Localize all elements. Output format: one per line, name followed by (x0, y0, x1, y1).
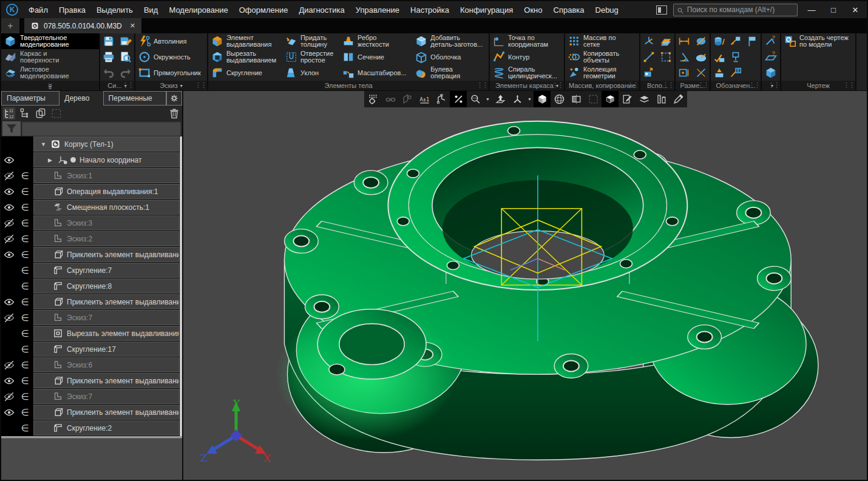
tree-expander-icon[interactable]: ▼ (41, 141, 47, 147)
group-handle-icon[interactable]: ⋮⋮ (122, 81, 133, 89)
panel-tab-переменные[interactable]: Переменные (103, 91, 166, 106)
tree-row[interactable]: ∈Эскиз:7 (1, 310, 182, 325)
tree-expander-icon[interactable]: ▶ (48, 157, 54, 163)
thicken-button[interactable]: Придать толщину (282, 33, 339, 49)
select-region-button[interactable] (585, 91, 602, 107)
dimension-angle-button[interactable] (676, 49, 693, 65)
sketch-placement-button[interactable] (399, 91, 416, 107)
preview-button[interactable] (117, 49, 134, 65)
panel-tab-параметры[interactable]: Параметры (1, 91, 59, 106)
construction-segment-button[interactable] (640, 49, 657, 65)
panel-settings-button[interactable] (166, 91, 182, 106)
placement-button[interactable] (382, 91, 399, 107)
window-layout-icon[interactable] (656, 5, 667, 15)
construction-plane-button[interactable] (657, 33, 674, 49)
dimension-diameter-button[interactable] (693, 33, 710, 49)
roughness-button[interactable] (711, 33, 727, 49)
visibility-on-icon[interactable] (4, 407, 15, 418)
visibility-on-icon[interactable] (4, 249, 15, 260)
redo-button[interactable] (117, 65, 134, 81)
print-button[interactable] (100, 49, 117, 65)
control-points-button[interactable] (657, 49, 674, 65)
spiral-cylindrical-button[interactable]: Спираль цилиндрическ... (490, 65, 564, 81)
fillet-button[interactable]: Скругление (208, 65, 282, 81)
menu-item[interactable]: Правка (53, 1, 91, 18)
section-button[interactable]: Сечение (339, 49, 412, 65)
dimension-values-button[interactable]: A±1 (416, 91, 433, 107)
tree-row[interactable]: ∈Эскиз:3 (1, 215, 182, 230)
shell-button[interactable]: Оболочка (412, 49, 489, 65)
dimension-radius-button[interactable] (693, 49, 710, 65)
tree-row[interactable]: ∈Эскиз:6 (1, 357, 182, 372)
sketch-contour-button[interactable] (433, 91, 450, 107)
visibility-off-icon[interactable] (4, 360, 15, 371)
tree-row[interactable]: ▼Корпус (Тел-1) (1, 136, 182, 152)
menu-item[interactable]: Конфигурация (455, 1, 518, 18)
tree-row[interactable]: ∈Приклеить элемент выдавливания (1, 405, 182, 420)
visibility-on-icon[interactable] (4, 186, 15, 197)
menu-item[interactable]: Окно (518, 1, 548, 18)
group-handle-icon[interactable]: ⋮⋮ (476, 81, 487, 89)
contour-button[interactable]: Контур (490, 49, 564, 65)
zoom-button[interactable] (467, 91, 484, 107)
dimension-chamfer-button[interactable] (693, 65, 710, 81)
leader-e-button[interactable] (727, 65, 744, 81)
command-search-input[interactable] (687, 5, 794, 14)
save-button[interactable] (100, 33, 117, 49)
menu-item[interactable]: Диагностика (293, 1, 350, 18)
local-cs-button[interactable] (640, 65, 657, 81)
tree-row[interactable]: ∈Скругление:7 (1, 263, 182, 278)
dimension-box-button[interactable] (676, 65, 693, 81)
rectangle-button[interactable]: Прямоугольник (135, 65, 207, 81)
trash-button[interactable] (168, 107, 180, 119)
condition-plane-button[interactable]: ? (762, 49, 780, 65)
filter-button[interactable] (2, 121, 21, 136)
visibility-off-icon[interactable] (4, 391, 15, 402)
tree-row[interactable]: ∈Смещенная плоскость:1 (1, 200, 182, 215)
undo-button[interactable] (100, 65, 117, 81)
tree-structure-button[interactable]: 1112 (3, 107, 15, 119)
menu-item[interactable]: Настройка (405, 1, 455, 18)
tree-row[interactable]: ∈Эскиз:1 (1, 168, 182, 183)
tree-row[interactable]: ∈Операция выдавливания:1 (1, 184, 182, 199)
tree-row[interactable]: ∈Скругление:17 (1, 341, 182, 357)
group-handle-icon[interactable]: ⋮⋮ (697, 81, 708, 89)
group-dropdown-icon[interactable]: ▾ (180, 83, 183, 89)
tree-row[interactable]: ∈Эскиз:7 (1, 389, 182, 404)
tree-row[interactable]: ∈Приклеить элемент выдавливания (1, 294, 182, 309)
measure-button[interactable] (653, 91, 670, 107)
tree-relations-button[interactable] (19, 107, 31, 119)
visibility-off-icon[interactable] (4, 234, 15, 244)
extrude-button[interactable]: Элемент выдавливания (208, 33, 282, 49)
copy-objects-button[interactable]: Копировать объекты (565, 49, 639, 65)
geometry-collection-button[interactable]: Коллекция геометрии (565, 65, 639, 81)
draft-button[interactable]: Уклон (282, 65, 339, 81)
leader-line-button[interactable] (727, 33, 744, 49)
wireframe-view-button[interactable] (551, 91, 568, 107)
visibility-on-icon[interactable] (4, 297, 15, 308)
tree-search-field[interactable] (22, 121, 181, 136)
panel-tab-дерево[interactable]: Дерево (59, 91, 103, 106)
menu-item[interactable]: Оформление (234, 1, 294, 18)
group-handle-icon[interactable]: ⋮⋮ (768, 81, 779, 89)
menu-item[interactable]: Debug (590, 1, 624, 18)
create-drawing-button[interactable]: Создать чертеж по модели (781, 33, 855, 49)
new-document-button[interactable]: + (1, 18, 19, 33)
tree-row[interactable]: ∈Эскиз:2 (1, 231, 182, 246)
coordinate-axes-dropdown-icon[interactable]: ▼ (526, 91, 534, 107)
tree-row[interactable]: ∈Приклеить элемент выдавливания (1, 247, 182, 262)
viewport-3d[interactable]: Y X Z A±1▼▼ (183, 91, 867, 480)
datum-check-button[interactable] (711, 49, 727, 65)
mode-sheet-metal-modeling[interactable]: Листовое моделирование (1, 65, 99, 81)
autoline-button[interactable]: Автолиния (135, 33, 207, 49)
tolerance-base-button[interactable] (711, 65, 727, 81)
dimension-linear-button[interactable] (676, 33, 693, 49)
tree-row[interactable]: ∈Скругление:8 (1, 278, 182, 294)
save-as-button[interactable] (117, 33, 134, 49)
coordinate-axes-button[interactable] (509, 91, 526, 107)
tree-row[interactable]: ▶Начало координат (1, 152, 182, 167)
visibility-off-icon[interactable] (4, 312, 15, 323)
circle-button[interactable]: Окружность (135, 49, 207, 65)
snap-angle-button[interactable] (450, 91, 467, 107)
datum-frame-button[interactable] (727, 49, 744, 65)
